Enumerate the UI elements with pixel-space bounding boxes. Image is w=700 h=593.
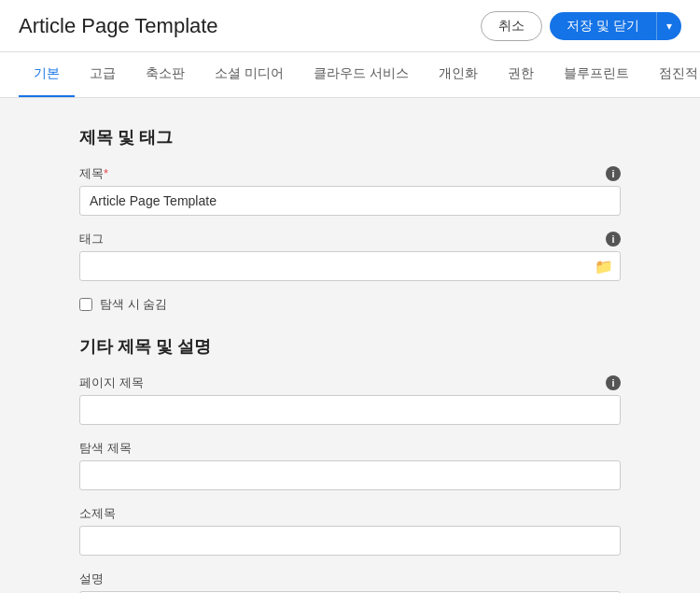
tag-info-icon[interactable]: i [606, 232, 621, 247]
save-button[interactable]: 저장 및 닫기 [550, 12, 656, 40]
subtitle-label: 소제목 [79, 505, 116, 522]
section1-title: 제목 및 태그 [79, 126, 621, 148]
tab-advanced[interactable]: 고급 [75, 52, 131, 97]
page-title-label: 페이지 제목 [79, 374, 144, 391]
header: Article Page Template 취소 저장 및 닫기 ▾ [0, 0, 700, 52]
header-actions: 취소 저장 및 닫기 ▾ [481, 11, 681, 41]
page-title-label-row: 페이지 제목 i [79, 374, 621, 391]
tab-cloud-services[interactable]: 클라우드 서비스 [299, 52, 424, 97]
search-title-field-group: 탐색 제목 [79, 440, 621, 490]
title-label: 제목* [79, 165, 108, 182]
main-content: 제목 및 태그 제목* i 태그 i 📁 탐색 시 숨김 기타 제목 [61, 98, 639, 593]
subtitle-field-group: 소제목 [79, 505, 621, 556]
tab-thumbnail[interactable]: 축소판 [131, 52, 200, 97]
description-label-row: 설명 [79, 571, 621, 587]
save-button-group: 저장 및 닫기 ▾ [550, 12, 681, 40]
cancel-button[interactable]: 취소 [481, 11, 542, 41]
tab-social-media[interactable]: 소셜 미디어 [200, 52, 299, 97]
page-title-info-icon[interactable]: i [606, 375, 621, 390]
description-label: 설명 [79, 571, 104, 587]
search-title-input[interactable] [79, 460, 621, 490]
tab-blueprint[interactable]: 블루프린트 [549, 52, 644, 97]
tab-basic[interactable]: 기본 [19, 52, 75, 97]
hide-navigation-checkbox[interactable] [79, 298, 92, 311]
folder-icon[interactable]: 📁 [595, 258, 613, 275]
subtitle-input[interactable] [79, 526, 621, 556]
tag-input-wrapper: 📁 [79, 251, 621, 281]
tabs-bar: 기본 고급 축소판 소셜 미디어 클라우드 서비스 개인화 권한 블루프린트 점… [0, 52, 700, 98]
tab-permissions[interactable]: 권한 [493, 52, 549, 97]
search-title-label: 탐색 제목 [79, 440, 132, 457]
title-info-icon[interactable]: i [606, 166, 621, 181]
title-field-group: 제목* i [79, 165, 621, 216]
tab-progressive-web-app[interactable]: 점진적 웹 앱 [644, 52, 700, 97]
chevron-down-icon: ▾ [666, 20, 672, 33]
page-title-field-group: 페이지 제목 i [79, 374, 621, 425]
hide-navigation-checkbox-row: 탐색 시 숨김 [79, 296, 621, 313]
hide-navigation-label: 탐색 시 숨김 [100, 296, 167, 313]
title-label-row: 제목* i [79, 165, 621, 182]
tab-personalization[interactable]: 개인화 [424, 52, 493, 97]
description-field-group: 설명 [79, 571, 621, 593]
tag-label: 태그 [79, 231, 104, 247]
page-title-input[interactable] [79, 395, 621, 425]
page-title: Article Page Template [19, 14, 218, 38]
tag-label-row: 태그 i [79, 231, 621, 247]
tag-field-group: 태그 i 📁 [79, 231, 621, 281]
tag-input[interactable] [79, 251, 621, 281]
title-input[interactable] [79, 186, 621, 216]
save-dropdown-button[interactable]: ▾ [656, 12, 681, 40]
search-title-label-row: 탐색 제목 [79, 440, 621, 457]
section2-title: 기타 제목 및 설명 [79, 335, 621, 358]
subtitle-label-row: 소제목 [79, 505, 621, 522]
